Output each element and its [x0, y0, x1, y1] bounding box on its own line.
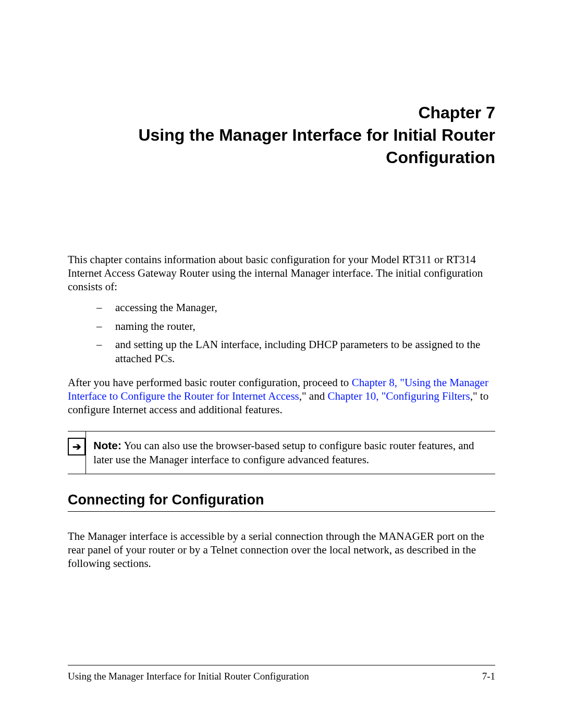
chapter-heading: Chapter 7 Using the Manager Interface fo… — [68, 102, 495, 169]
note-icon-cell: ➔ — [68, 431, 86, 474]
page-footer: Using the Manager Interface for Initial … — [68, 665, 495, 682]
chapter-10-link[interactable]: Chapter 10, "Configuring Filters — [327, 390, 470, 402]
arrow-right-icon: ➔ — [72, 441, 81, 452]
note-text: Note: You can also use the browser-based… — [86, 431, 495, 474]
section-heading: Connecting for Configuration — [68, 492, 495, 512]
footer-title: Using the Manager Interface for Initial … — [68, 671, 309, 682]
footer-row: Using the Manager Interface for Initial … — [68, 671, 495, 682]
list-item: and setting up the LAN interface, includ… — [96, 338, 495, 366]
note-label: Note: — [93, 439, 121, 451]
after-mid-text: ," and — [299, 390, 328, 402]
footer-page-number: 7-1 — [482, 671, 495, 682]
note-icon-box: ➔ — [68, 438, 85, 455]
after-pre-text: After you have performed basic router co… — [68, 376, 352, 389]
section-paragraph: The Manager interface is accessible by a… — [68, 529, 495, 571]
bullet-list: accessing the Manager, naming the router… — [96, 301, 495, 366]
intro-paragraph: This chapter contains information about … — [68, 253, 495, 294]
chapter-label: Chapter 7 — [68, 102, 495, 124]
list-item: naming the router, — [96, 319, 495, 334]
document-page: Chapter 7 Using the Manager Interface fo… — [0, 0, 563, 728]
footer-rule — [68, 665, 495, 665]
note-body: You can also use the browser-based setup… — [93, 439, 474, 465]
chapter-title-line1: Using the Manager Interface for Initial … — [68, 124, 495, 146]
list-item: accessing the Manager, — [96, 301, 495, 315]
note-box: ➔ Note: You can also use the browser-bas… — [68, 431, 495, 474]
chapter-title-line2: Configuration — [68, 146, 495, 169]
after-paragraph: After you have performed basic router co… — [68, 376, 495, 417]
